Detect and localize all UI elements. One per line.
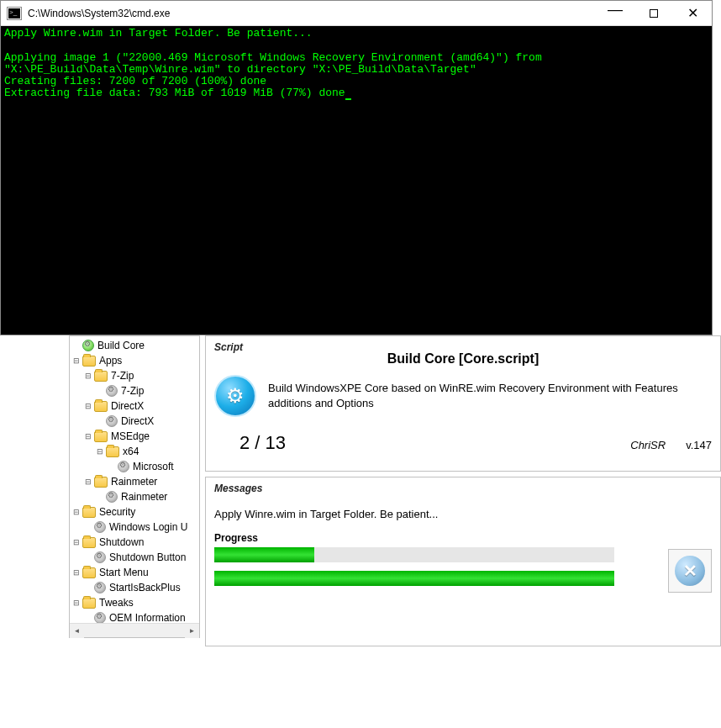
scroll-left-button[interactable]: ◄: [70, 624, 84, 638]
tree-item[interactable]: ⊟x64: [93, 444, 199, 459]
maximize-icon: [650, 9, 658, 18]
collapse-icon[interactable]: ⊟: [83, 372, 92, 381]
scroll-right-button[interactable]: ►: [185, 624, 199, 638]
tree-item[interactable]: ⊟7-Zip: [82, 368, 199, 383]
tree-item-label: Apps: [99, 355, 122, 367]
tree-item-label: Security: [99, 506, 135, 518]
horizontal-scrollbar[interactable]: ◄ ►: [70, 623, 199, 637]
folder-icon: [94, 401, 108, 412]
collapse-icon[interactable]: ⊟: [95, 447, 104, 456]
gear-icon: [118, 461, 129, 472]
collapse-icon[interactable]: ⊟: [71, 508, 81, 517]
tree-item-label: Build Core: [97, 340, 145, 351]
folder-icon: [82, 507, 96, 518]
folder-icon: [94, 371, 108, 382]
stop-icon: ✕: [675, 556, 705, 586]
script-version: v.147: [686, 439, 712, 451]
tree-panel: Build Core⊟Apps⊟7-Zip7-Zip⊟DirectXDirect…: [69, 335, 200, 638]
window-controls: — ✕: [596, 1, 712, 25]
tree-item[interactable]: ⊟MSEdge: [82, 429, 199, 444]
script-panel: Script Build Core [Core.script] Build Wi…: [205, 335, 721, 472]
tree-item[interactable]: OEM Information: [82, 610, 199, 623]
tree-item-label: 7-Zip: [121, 385, 144, 397]
tree-item[interactable]: ⊟Apps: [70, 353, 199, 368]
cmd-body[interactable]: Apply Winre.wim in Target Folder. Be pat…: [1, 26, 712, 335]
folder-icon: [82, 567, 96, 578]
tree-item-label: DirectX: [111, 400, 144, 412]
close-icon: ✕: [687, 5, 698, 21]
collapse-icon[interactable]: ⊟: [71, 599, 81, 608]
tree-item-label: Shutdown: [99, 536, 144, 548]
core-icon: [82, 340, 94, 351]
tree-body[interactable]: Build Core⊟Apps⊟7-Zip7-Zip⊟DirectXDirect…: [70, 336, 199, 623]
progress-label: Progress: [214, 532, 712, 544]
tree-item-label: x64: [123, 446, 139, 457]
stop-button[interactable]: ✕: [668, 549, 712, 593]
minimize-button[interactable]: —: [596, 1, 634, 25]
collapse-icon[interactable]: ⊟: [83, 402, 92, 411]
step-counter: 2 / 13: [239, 432, 286, 454]
tree-item-label: Rainmeter: [111, 476, 157, 488]
collapse-icon[interactable]: ⊟: [71, 538, 81, 547]
tree-item[interactable]: Microsoft: [105, 459, 199, 474]
tree-item-label: OEM Information: [109, 612, 186, 623]
cursor: [345, 98, 351, 100]
tree-item[interactable]: Shutdown Button: [82, 550, 199, 565]
folder-icon: [82, 537, 96, 548]
tree-item[interactable]: ⊟Rainmeter: [82, 474, 199, 489]
folder-icon: [82, 356, 96, 367]
tree-item-label: Rainmeter: [121, 491, 167, 503]
tree-item-label: Microsoft: [133, 461, 174, 472]
tree-item-label: DirectX: [121, 415, 154, 427]
gear-icon: [94, 551, 106, 563]
tree-item[interactable]: Windows Login U: [82, 520, 199, 535]
tree-item[interactable]: DirectX: [93, 414, 199, 429]
minimize-icon: —: [608, 1, 623, 18]
tree-item[interactable]: ⊟DirectX: [82, 398, 199, 414]
close-button[interactable]: ✕: [673, 1, 712, 25]
tree-item[interactable]: ⊟Security: [70, 504, 199, 520]
folder-icon: [106, 446, 119, 457]
tree-item[interactable]: 7-Zip: [93, 383, 199, 398]
gear-icon: [106, 415, 118, 427]
gear-icon: [94, 582, 106, 593]
content-area: Script Build Core [Core.script] Build Wi…: [205, 335, 721, 646]
tree-item-label: Shutdown Button: [109, 551, 186, 563]
maximize-button[interactable]: [634, 1, 673, 25]
gear-icon: [106, 385, 118, 397]
message-text: Apply Winre.wim in Target Folder. Be pat…: [214, 508, 712, 520]
tree-item[interactable]: Rainmeter: [93, 489, 199, 504]
folder-icon: [94, 477, 108, 488]
script-description: Build WindowsXPE Core based on WinRE.wim…: [268, 381, 712, 411]
tree-item-label: Windows Login U: [109, 521, 187, 533]
collapse-icon[interactable]: ⊟: [83, 432, 92, 441]
progress-bar-1: [214, 547, 614, 562]
gear-icon: [94, 612, 106, 623]
tree-item[interactable]: ⊟Shutdown: [70, 535, 199, 550]
tree-item-label: Start Menu: [99, 567, 149, 578]
collapse-icon[interactable]: ⊟: [83, 477, 92, 487]
collapse-icon[interactable]: ⊟: [71, 568, 81, 578]
collapse-icon[interactable]: ⊟: [71, 356, 81, 366]
tree-item-label: StartIsBackPlus: [109, 582, 181, 593]
messages-panel: Messages Apply Winre.wim in Target Folde…: [205, 477, 721, 646]
folder-icon: [94, 431, 108, 442]
builder-region: Build Core⊟Apps⊟7-Zip7-Zip⊟DirectXDirect…: [69, 335, 721, 646]
script-title: Build Core [Core.script]: [214, 351, 712, 367]
gear-icon: [106, 491, 118, 503]
tree-item-label: 7-Zip: [111, 370, 134, 382]
script-author: ChriSR: [630, 439, 666, 451]
tree-item[interactable]: ⊟Tweaks: [70, 595, 199, 610]
messages-panel-label: Messages: [214, 483, 712, 494]
cmd-titlebar[interactable]: C:\Windows\System32\cmd.exe — ✕: [1, 1, 712, 26]
cmd-window: C:\Windows\System32\cmd.exe — ✕ Apply Wi…: [0, 0, 713, 335]
script-gear-icon: [214, 375, 256, 417]
tree-item[interactable]: StartIsBackPlus: [82, 580, 199, 595]
folder-icon: [82, 598, 96, 609]
progress-bar-2: [214, 571, 614, 586]
tree-item[interactable]: ⊟Start Menu: [70, 565, 199, 580]
cmd-title: C:\Windows\System32\cmd.exe: [28, 8, 596, 19]
tree-item[interactable]: Build Core: [70, 338, 199, 353]
tree-item-label: Tweaks: [99, 597, 134, 609]
tree-item-label: MSEdge: [111, 430, 150, 442]
